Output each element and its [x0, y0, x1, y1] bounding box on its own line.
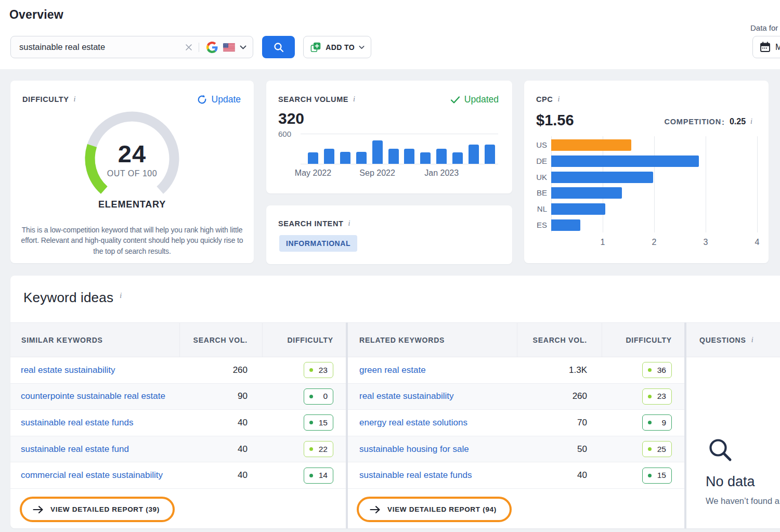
date-selector-button[interactable]: May 2023	[752, 36, 780, 58]
competition-info-icon[interactable]	[750, 118, 752, 126]
cpc-bar-es	[551, 219, 580, 231]
difficulty-dot-icon	[309, 474, 313, 477]
questions-info-icon[interactable]	[751, 336, 754, 344]
keyword-search-input[interactable]: sustainable real estate	[10, 36, 253, 58]
difficulty-card-title: DIFFICULTY	[22, 95, 69, 103]
cpc-country-label: NL	[524, 204, 547, 213]
cpc-x-tick-label: 1	[601, 238, 605, 247]
cpc-gridline	[757, 136, 758, 232]
search-volume-cell: 90	[238, 391, 248, 401]
cpc-bar-nl	[551, 203, 605, 215]
difficulty-dot-icon	[309, 447, 313, 451]
keyword-ideas-card: Keyword ideas SIMILAR KEYWORDS SEARCH VO…	[10, 276, 780, 528]
keyword-link[interactable]: sustainable real estate fund	[21, 444, 129, 455]
keyword-link[interactable]: sustainable housing for sale	[359, 444, 469, 455]
difficulty-badge: 23	[642, 388, 672, 405]
difficulty-badge: 23	[304, 362, 333, 378]
search-volume-cell: 260	[233, 365, 248, 375]
difficulty-dot-icon	[309, 421, 313, 424]
related-difficulty-header: DIFFICULTY	[591, 322, 672, 357]
volume-bar	[324, 149, 334, 164]
cpc-country-label: ES	[524, 220, 547, 229]
difficulty-badge: 25	[642, 441, 672, 457]
date-selector-value: May 2023	[775, 43, 780, 52]
search-volume-cell: 40	[577, 470, 587, 481]
search-volume-info-icon[interactable]	[353, 95, 355, 103]
refresh-icon	[197, 95, 207, 105]
volume-chart-gridline	[301, 134, 498, 134]
cpc-info-icon[interactable]	[557, 95, 560, 103]
volume-chart-ymax-label: 600	[278, 129, 291, 138]
clear-search-icon[interactable]	[185, 44, 192, 51]
search-intent-badge: INFORMATIONAL	[279, 235, 357, 252]
search-icon	[273, 42, 284, 53]
keyword-link[interactable]: energy real estate solutions	[359, 418, 467, 428]
difficulty-description: This is a low-competition keyword that w…	[19, 225, 245, 256]
cpc-bar-be	[551, 187, 622, 199]
cpc-country-label: UK	[524, 173, 547, 181]
add-to-list-icon	[310, 42, 321, 53]
difficulty-dot-icon	[648, 447, 652, 451]
cpc-country-label: US	[524, 140, 547, 149]
search-volume-cell: 50	[577, 444, 587, 455]
competition-label: COMPETITION	[664, 118, 721, 126]
volume-bar	[485, 145, 495, 164]
search-volume-cell: 40	[238, 470, 248, 481]
cpc-bar-de	[551, 155, 699, 167]
volume-bar	[340, 152, 350, 164]
difficulty-score-caption: OUT OF 100	[10, 169, 254, 178]
no-data-search-icon	[708, 438, 734, 464]
difficulty-info-icon[interactable]	[74, 95, 76, 103]
volume-bar	[356, 152, 367, 164]
volume-bar	[420, 152, 431, 164]
keyword-link[interactable]: commercial real estate sustainability	[21, 470, 163, 481]
keyword-link[interactable]: real estate sustainability	[21, 365, 115, 375]
add-to-button[interactable]: ADD TO	[303, 36, 371, 58]
keyword-link[interactable]: green real estate	[359, 365, 426, 375]
competition-row: COMPETITION: 0.25	[664, 117, 752, 126]
difficulty-badge: 22	[304, 441, 333, 457]
search-volume-card: SEARCH VOLUME Updated 320 600 May 2022Se…	[266, 81, 512, 193]
keyword-link[interactable]: sustainable real estate funds	[21, 418, 133, 428]
search-intent-card-title: SEARCH INTENT	[278, 219, 343, 228]
volume-x-tick-label: May 2022	[295, 168, 331, 178]
keyword-link[interactable]: sustainable real estate funds	[359, 470, 472, 481]
difficulty-badge: 36	[642, 362, 672, 378]
questions-header: QUESTIONS	[699, 322, 753, 357]
keyword-ideas-title: Keyword ideas	[23, 290, 113, 306]
similar-view-report-button[interactable]: VIEW DETAILED REPORT (39)	[20, 497, 175, 522]
similar-keywords-header: SIMILAR KEYWORDS	[21, 322, 103, 357]
search-volume-cell: 1.3K	[569, 365, 587, 375]
search-intent-card: SEARCH INTENT INFORMATIONAL	[266, 205, 512, 264]
keyword-ideas-info-icon[interactable]	[120, 292, 122, 300]
volume-bar	[308, 152, 318, 164]
difficulty-dot-icon	[309, 368, 313, 372]
us-flag-icon	[223, 43, 235, 51]
search-button[interactable]	[262, 36, 295, 58]
keyword-link[interactable]: real estate sustainability	[359, 391, 453, 401]
difficulty-badge: 0	[304, 388, 333, 405]
difficulty-level-label: ELEMENTARY	[10, 199, 254, 210]
difficulty-badge: 9	[642, 414, 672, 431]
difficulty-card: DIFFICULTY Update 24 OUT OF 100 ELEMENTA…	[10, 81, 254, 263]
related-view-report-button[interactable]: VIEW DETAILED REPORT (94)	[357, 497, 512, 522]
search-query-text[interactable]: sustainable real estate	[19, 42, 185, 52]
no-data-text: We haven’t found any questions	[706, 496, 780, 506]
difficulty-badge: 15	[304, 414, 333, 431]
search-engine-dropdown-chevron-icon[interactable]	[240, 45, 246, 49]
cpc-country-label: DE	[524, 157, 547, 165]
difficulty-dot-icon	[648, 395, 652, 398]
difficulty-update-link[interactable]: Update	[197, 94, 241, 105]
volume-bar	[388, 149, 399, 164]
volume-updated-status: Updated	[450, 94, 499, 105]
main-content: DIFFICULTY Update 24 OUT OF 100 ELEMENTA…	[0, 69, 780, 532]
search-volume-cell: 70	[577, 418, 587, 428]
cpc-country-label: BE	[524, 188, 547, 197]
volume-bar	[404, 149, 414, 164]
cpc-x-tick-label: 3	[704, 238, 708, 247]
related-keywords-header: RELATED KEYWORDS	[359, 322, 445, 357]
search-intent-info-icon[interactable]	[348, 219, 350, 228]
volume-bar	[436, 149, 447, 164]
volume-chart-baseline	[301, 164, 498, 164]
related-view-report-label: VIEW DETAILED REPORT (94)	[387, 505, 497, 513]
